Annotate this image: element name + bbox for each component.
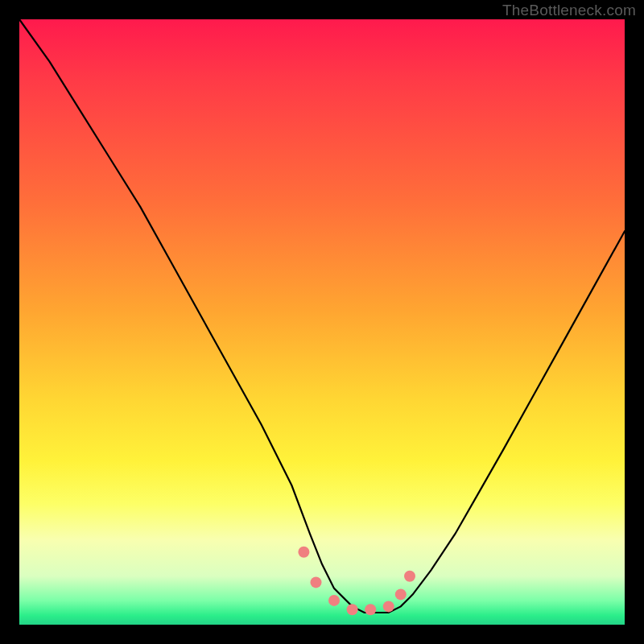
- highlight-dot: [298, 547, 309, 558]
- highlight-dot: [365, 604, 376, 615]
- highlight-dots-group: [298, 547, 415, 615]
- watermark-text: TheBottleneck.com: [502, 2, 636, 19]
- plot-area: [19, 19, 625, 625]
- bottleneck-curve: [19, 19, 625, 613]
- highlight-dot: [328, 595, 340, 606]
- chart-svg: [19, 19, 625, 625]
- highlight-dot: [311, 576, 322, 588]
- highlight-dot: [383, 601, 394, 612]
- highlight-dot: [347, 604, 358, 615]
- highlight-dot: [395, 588, 407, 600]
- chart-frame: TheBottleneck.com: [0, 0, 644, 644]
- highlight-dot: [404, 571, 415, 582]
